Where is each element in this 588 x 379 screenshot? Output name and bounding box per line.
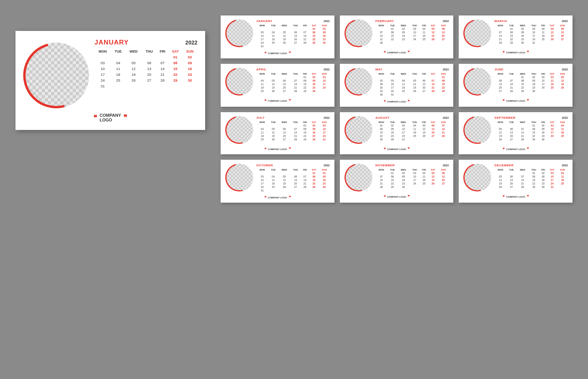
- small-cal-day: [528, 189, 539, 190]
- small-cal-day: 30: [319, 185, 330, 189]
- small-grid: MON TUE WED THU FRI SAT SUN 010203040506…: [256, 168, 330, 192]
- small-circle-6: [225, 116, 253, 144]
- cal-day: 14: [156, 66, 168, 72]
- small-cal-day: 14: [301, 178, 309, 182]
- small-cal-day: 03: [547, 171, 557, 175]
- small-cal-day: 21: [290, 134, 301, 138]
- small-cal-day: 22: [387, 182, 397, 185]
- small-cal-day: 13: [506, 178, 516, 182]
- small-cal-day: 05: [278, 31, 290, 34]
- small-cal-day: 08: [309, 175, 319, 178]
- small-cal-day: [309, 189, 319, 192]
- small-cal-day: 23: [539, 134, 547, 138]
- small-cal-day: 18: [268, 182, 278, 185]
- small-cal-day: [387, 75, 397, 79]
- small-card-inner: AUGUST 2022 MON TUE WED THU FRI SAT: [345, 116, 449, 144]
- small-cal-day: 11: [547, 79, 557, 82]
- small-cal-day: 22: [438, 86, 449, 89]
- small-cal-day: 07: [516, 175, 528, 178]
- small-cal-day: 12: [557, 79, 568, 82]
- small-arc: [225, 164, 253, 191]
- large-year-label: 2022: [185, 39, 197, 46]
- small-cal-day: 09: [528, 79, 539, 82]
- small-cal-day: 06: [290, 31, 301, 34]
- small-circle-8: [463, 116, 491, 144]
- small-cal-day: [278, 171, 290, 175]
- cal-day: 16: [182, 66, 197, 72]
- small-cal-day: 17: [410, 34, 420, 38]
- small-cal-day: 16: [319, 34, 330, 38]
- small-cal-day: [290, 171, 301, 175]
- small-card-april: APRIL 2022 MON TUE WED THU FRI SAT: [221, 64, 334, 107]
- small-cal-day: 02: [398, 171, 410, 175]
- small-cal-day: 24: [410, 182, 420, 185]
- small-cal-day: 28: [516, 185, 528, 189]
- small-cal-day: 19: [268, 134, 278, 138]
- small-cal-day: 10: [387, 82, 397, 86]
- small-month-label: FEBRUARY: [375, 19, 394, 23]
- small-logo: ❝ COMPANY LOGO ❞: [225, 147, 330, 151]
- small-cal-day: 29: [387, 185, 397, 189]
- small-cal-day: 03: [398, 124, 410, 127]
- small-cal-day: [428, 141, 438, 142]
- small-cal-day: 19: [428, 178, 438, 182]
- small-cal-day: 04: [256, 127, 268, 131]
- small-cal-day: [309, 93, 319, 94]
- small-cal-day: 03: [319, 75, 330, 79]
- small-cal-day: 20: [278, 86, 290, 89]
- small-cal-day: 21: [516, 134, 528, 138]
- small-arc: [345, 19, 372, 47]
- small-cal-day: [398, 141, 410, 142]
- small-cal-day: 26: [278, 185, 290, 189]
- small-cal-day: 23: [528, 86, 539, 89]
- small-grid: MON TUE WED THU FRI SAT SUN 010203040506…: [375, 72, 449, 96]
- small-cal-day: [410, 138, 420, 141]
- small-cal-day: [547, 89, 557, 93]
- small-cal-day: 08: [528, 175, 539, 178]
- small-cal-content: FEBRUARY 2022 MON TUE WED THU FRI SAT: [375, 19, 449, 45]
- cal-day: [142, 54, 156, 60]
- small-cal-day: 22: [309, 38, 319, 41]
- small-cal-day: 28: [516, 138, 528, 141]
- small-cal-content: APRIL 2022 MON TUE WED THU FRI SAT: [256, 68, 330, 94]
- small-cal-day: 25: [256, 89, 268, 93]
- small-circle-11: [463, 164, 491, 191]
- small-cal-day: [528, 141, 539, 142]
- small-cal-day: 20: [438, 34, 449, 38]
- small-cal-day: 31: [398, 138, 410, 141]
- large-logo-area: ❝ COMPANYLOGO ❞: [23, 113, 197, 122]
- small-cal-day: 30: [319, 41, 330, 44]
- small-cal-day: 27: [494, 89, 506, 93]
- small-cal-day: 30: [387, 138, 397, 141]
- small-cal-day: [278, 44, 290, 48]
- small-cal-day: 26: [268, 138, 278, 141]
- small-cal-day: [256, 124, 268, 127]
- small-grid: MON TUE WED THU FRI SAT SUN 010203040506…: [494, 168, 568, 190]
- small-cal-day: [438, 41, 449, 44]
- small-cal-day: 10: [547, 127, 557, 131]
- small-cal-day: 29: [301, 138, 309, 141]
- small-year-label: 2022: [324, 20, 330, 22]
- small-arc: [345, 164, 372, 191]
- small-cal-day: 21: [301, 38, 309, 41]
- small-cal-day: 09: [319, 175, 330, 178]
- cal-day: 11: [111, 66, 125, 72]
- small-cal-day: 24: [398, 134, 410, 138]
- small-cal-day: 04: [410, 124, 420, 127]
- small-cal-day: 11: [398, 82, 410, 86]
- small-cal-day: 21: [428, 86, 438, 89]
- small-cal-day: 06: [438, 27, 449, 31]
- small-cal-day: 04: [268, 31, 278, 34]
- small-cal-day: [410, 185, 420, 189]
- small-cal-day: [309, 141, 319, 142]
- small-cal-day: [268, 93, 278, 94]
- small-cal-day: 01: [438, 75, 449, 79]
- small-cal-day: 13: [494, 82, 506, 86]
- cal-day: 13: [142, 66, 156, 72]
- small-card-inner: MARCH 2022 MON TUE WED THU FRI SAT: [463, 19, 568, 47]
- small-cal-day: [438, 93, 449, 96]
- small-cal-day: [375, 27, 387, 31]
- small-cal-day: 16: [309, 131, 319, 134]
- small-cal-day: 17: [387, 86, 397, 89]
- small-cal-day: 03: [256, 31, 268, 34]
